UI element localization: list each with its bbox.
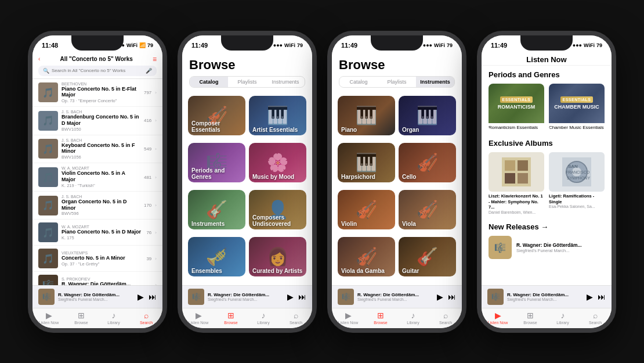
exclusive-card-2[interactable]: SAN FRANCISCO SYMPHONY Ligeti: Ramificat… xyxy=(549,152,605,214)
tab-library-3[interactable]: ♪ Library xyxy=(397,311,429,325)
composer-1: BEETHOVEN xyxy=(61,82,140,86)
tab-label-browse-2: Browse xyxy=(224,321,237,325)
card-curated-artists[interactable]: 👩 Curated by Artists xyxy=(249,237,306,276)
play-btn-3[interactable]: ▶ xyxy=(437,292,443,301)
new-release-title-1: R. Wagner: Die Götterdäm... xyxy=(516,242,605,248)
sub-1: Op. 73 · "Emperor Concerto" xyxy=(61,98,140,103)
chevron-1: › xyxy=(155,90,157,95)
tab-label-listen-1: Listen Now xyxy=(39,321,59,325)
new-release-item-1[interactable]: 🎼 R. Wagner: Die Götterdäm... Siegfried'… xyxy=(489,236,605,259)
card-composer-essentials[interactable]: 🎻 Composer Essentials xyxy=(188,96,245,135)
mini-player-2[interactable]: 🎼 R. Wagner: Die Götterdäm... Siegfried'… xyxy=(182,285,312,308)
card-instruments[interactable]: 🎸 Instruments xyxy=(188,190,245,229)
mini-player-3[interactable]: 🎼 R. Wagner: Die Götterdäm... Siegfried'… xyxy=(332,285,462,308)
romanticism-card[interactable]: ESSENTIALS ROMANTICISM Romanticism Essen… xyxy=(489,84,544,131)
tab-listen-now-4[interactable]: ▶ Listen Now xyxy=(482,311,514,325)
card-artist-essentials[interactable]: 🎹 Artist Essentials xyxy=(249,96,306,135)
browse-tab-playlists-2[interactable]: Playlists xyxy=(228,77,266,87)
play-btn-2[interactable]: ▶ xyxy=(287,292,294,301)
tab-label-search-2: Search xyxy=(290,321,302,325)
mini-player-info-1: R. Wagner: Die Götterdäm... Siegfried's … xyxy=(58,292,134,301)
sub-3: BWV1056 xyxy=(61,154,140,160)
result-item-1[interactable]: 🎵 BEETHOVEN Piano Concerto No. 5 in E-Fl… xyxy=(32,79,162,107)
card-label-organ: Organ xyxy=(399,124,422,135)
tab-library-1[interactable]: ♪ Library xyxy=(97,311,130,325)
mic-icon[interactable]: 🎤 xyxy=(146,68,152,74)
card-piano[interactable]: 🎹 Piano xyxy=(338,96,395,135)
signal-4: ●●● xyxy=(573,42,582,48)
card-label-mood: Music by Mood xyxy=(249,171,298,182)
browse-tab-instruments-3[interactable]: Instruments xyxy=(416,77,454,87)
phone-2-screen: 11:49 ●●● WiFi 79 Browse Catalog Playlis… xyxy=(182,35,312,328)
menu-icon[interactable]: ≡ xyxy=(153,55,157,63)
browse-tab-catalog-3[interactable]: Catalog xyxy=(339,77,378,87)
mini-player-4[interactable]: 🎼 R. Wagner: Die Götterdäm... Siegfried'… xyxy=(482,285,612,308)
card-periods-genres[interactable]: 🎼 Periods and Genres xyxy=(188,143,245,182)
forward-btn-1[interactable]: ⏭ xyxy=(149,292,157,301)
card-viola-da-gamba[interactable]: 🎻 Viola da Gamba xyxy=(338,237,395,276)
card-ensembles[interactable]: 🎺 Ensembles xyxy=(188,237,245,276)
tab-browse-4[interactable]: ⊞ Browse xyxy=(514,311,547,325)
tab-browse-1[interactable]: ⊞ Browse xyxy=(65,311,97,325)
browse-tab-instruments-2[interactable]: Instruments xyxy=(266,77,305,87)
result-thumb-1: 🎵 xyxy=(38,82,58,102)
play-btn-4[interactable]: ▶ xyxy=(587,292,593,301)
svg-text:SAN: SAN xyxy=(568,164,578,169)
chamber-music-card[interactable]: ESSENTIALS CHAMBER MUSIC Chamber Music E… xyxy=(549,84,605,131)
tab-library-2[interactable]: ♪ Library xyxy=(247,311,280,325)
composer-3: J. S. BACH xyxy=(61,138,140,142)
result-item-5[interactable]: 🎵 J. S. BACH Organ Concerto No. 5 in D M… xyxy=(32,192,162,220)
search-bar[interactable]: 🔍 🎤 xyxy=(38,66,157,76)
tab-listen-now-3[interactable]: ▶ Listen Now xyxy=(332,311,364,325)
tab-library-4[interactable]: ♪ Library xyxy=(547,311,579,325)
result-item-2[interactable]: 🎵 J. S. BACH Brandenburg Concerto No. 5 … xyxy=(32,107,162,135)
count-1: 797 xyxy=(144,90,151,95)
tab-search-2[interactable]: ⌕ Search xyxy=(280,311,312,325)
card-harpsichord[interactable]: 🎹 Harpsichord xyxy=(338,143,395,182)
result-item-7[interactable]: 🎵 VIEUXTEMPS Concerto No. 5 in A Minor O… xyxy=(32,246,162,272)
tab-search-4[interactable]: ⌕ Search xyxy=(579,311,612,325)
tab-search-1[interactable]: ⌕ Search xyxy=(130,311,162,325)
card-cello[interactable]: 🎻 Cello xyxy=(399,143,456,182)
tab-label-library-3: Library xyxy=(407,321,419,325)
svg-text:SYMPHONY: SYMPHONY xyxy=(567,176,590,180)
card-organ[interactable]: 🎹 Organ xyxy=(399,96,456,135)
svg-rect-3 xyxy=(505,173,515,184)
forward-btn-4[interactable]: ⏭ xyxy=(598,292,606,301)
search-input[interactable] xyxy=(52,68,143,73)
sub-7: Op. 37 · "Le Grétry" xyxy=(61,261,143,267)
result-item-3[interactable]: 🎵 J. S. BACH Keyboard Concerto No. 5 in … xyxy=(32,135,162,164)
exclusive-card-1[interactable]: Liszt: Klavierkonzert No. 1 - Mahler: Sy… xyxy=(489,152,544,214)
card-music-by-mood[interactable]: 🌸 Music by Mood xyxy=(249,143,306,182)
tab-listen-now-1[interactable]: ▶ Listen Now xyxy=(32,311,65,325)
tab-listen-now-2[interactable]: ▶ Listen Now xyxy=(182,311,215,325)
result-item-8[interactable]: 🎼 S. PROKOFIEV R. Wagner: Die Götterdäm.… xyxy=(32,272,162,285)
tab-label-library-2: Library xyxy=(257,321,269,325)
card-composers-undiscovered[interactable]: 👤 Composers Undiscovered xyxy=(249,190,306,229)
tab-browse-2[interactable]: ⊞ Browse xyxy=(215,311,247,325)
card-viola[interactable]: 🎻 Viola xyxy=(399,190,456,229)
mini-player-sub-1: Siegfried's Funeral March... xyxy=(58,297,134,301)
tab-browse-3[interactable]: ⊞ Browse xyxy=(364,311,397,325)
result-item-4[interactable]: 🎵 W. A. MOZART Violin Concerto No. 5 in … xyxy=(32,163,162,192)
browse-grid-2: 🎻 Composer Essentials 🎹 Artist Essential… xyxy=(182,91,312,285)
browse-tab-catalog-2[interactable]: Catalog xyxy=(190,77,228,87)
forward-btn-3[interactable]: ⏭ xyxy=(448,292,456,301)
composer-2: J. S. BACH xyxy=(61,110,140,114)
result-item-6[interactable]: 🎵 W. A. MOZART Piano Concerto No. 5 in D… xyxy=(32,220,162,246)
browse-tab-playlists-3[interactable]: Playlists xyxy=(378,77,416,87)
tab-label-browse-4: Browse xyxy=(523,321,537,325)
phone-1: 11:48 ●●● WiFi 📶 79 ‹ All "Concerto no 5… xyxy=(28,31,167,333)
sub-2: BWV1050 xyxy=(61,127,140,132)
result-info-8: S. PROKOFIEV R. Wagner: Die Götterdäm...… xyxy=(61,277,148,285)
play-btn-1[interactable]: ▶ xyxy=(138,292,144,301)
browse-header-3: Browse Catalog Playlists Instruments xyxy=(332,53,462,91)
mini-player-1[interactable]: 🎼 R. Wagner: Die Götterdäm... Siegfried'… xyxy=(32,285,162,308)
card-guitar[interactable]: 🎸 Guitar xyxy=(399,237,456,276)
card-violin[interactable]: 🎻 Violin xyxy=(338,190,395,229)
tab-search-3[interactable]: ⌕ Search xyxy=(429,311,462,325)
forward-btn-2[interactable]: ⏭ xyxy=(298,292,306,301)
exclusive-title-2: Ligeti: Ramifications - Single xyxy=(549,193,605,205)
tab-icon-library-1: ♪ xyxy=(112,311,116,320)
exclusive-section: Exclusive Albums xyxy=(489,139,605,214)
